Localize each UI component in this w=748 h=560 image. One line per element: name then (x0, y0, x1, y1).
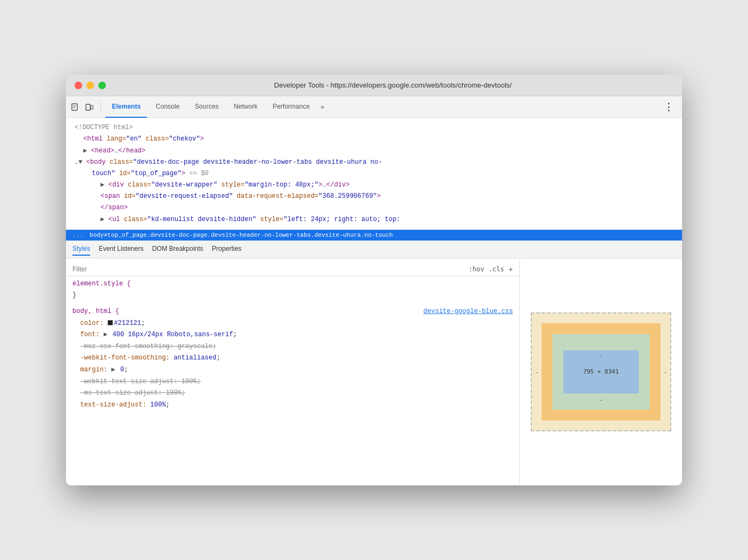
styles-left: Filter :hov .cls + element.style { } (66, 258, 520, 485)
color-swatch (108, 320, 113, 325)
box-dash-left: - (535, 368, 539, 375)
css-prop-ms-text: -ms-text-size-adjust: 100%; (72, 388, 513, 399)
dom-line: <html lang="en" class="chekov"> (66, 134, 682, 145)
filter-bar: Filter :hov .cls + (66, 263, 519, 276)
dom-line-body: …▼ <body class="devsite-doc-page devsite… (66, 157, 682, 168)
dom-line: <span id="devsite-request-elapsed" data-… (66, 191, 682, 202)
css-selector-link-line: body, html { devsite-google-blue.css (72, 306, 513, 318)
tab-network[interactable]: Network (227, 96, 264, 118)
svg-rect-4 (91, 105, 93, 109)
styles-wrapper: Filter :hov .cls + element.style { } (66, 258, 682, 485)
sub-tab-properties[interactable]: Properties (212, 243, 242, 256)
dom-line: <!DOCTYPE html> (66, 122, 682, 134)
close-button[interactable] (75, 82, 82, 89)
tab-performance[interactable]: Performance (266, 96, 316, 118)
filter-hov[interactable]: :hov (469, 265, 484, 273)
tab-more[interactable]: » (318, 99, 326, 115)
box-dash-right: - (663, 368, 667, 375)
svg-rect-0 (72, 104, 77, 110)
title-bar: Developer Tools - https://developers.goo… (66, 75, 682, 96)
sub-tab-event-listeners[interactable]: Event Listeners (99, 243, 144, 256)
traffic-lights (75, 82, 106, 89)
more-menu-button[interactable]: ⋮ (659, 101, 678, 113)
dom-line-truncated: ▶ <ul class="kd-menulist devsite-hidden"… (66, 214, 682, 225)
inspect-icon[interactable] (70, 102, 80, 112)
css-selector-line: element.style { (72, 278, 513, 290)
svg-rect-3 (86, 104, 90, 110)
filter-label: Filter (72, 265, 87, 273)
css-block-body-html: body, html { devsite-google-blue.css col… (66, 304, 519, 413)
breadcrumb-bar: ... body#top_of_page.devsite-doc-page.de… (66, 230, 682, 241)
breadcrumb: body#top_of_page.devsite-doc-page.devsit… (90, 232, 393, 238)
dom-line: ▶ <head>…</head> (66, 145, 682, 157)
css-prop-webkit-text: -webkit-text-size-adjust: 100%; (72, 376, 513, 388)
css-prop-margin: margin: ▶ 0; (72, 364, 513, 376)
main-toolbar: Elements Console Sources Network Perform… (66, 96, 682, 118)
css-prop-moz: -moz-osx-font-smoothing: grayscale; (72, 341, 513, 353)
devtools-window: Developer Tools - https://developers.goo… (66, 75, 682, 485)
box-dash-top: - (599, 352, 603, 359)
window-title: Developer Tools - https://developers.goo… (112, 81, 673, 89)
tab-elements[interactable]: Elements (105, 96, 147, 118)
minimize-button[interactable] (86, 82, 94, 89)
dom-line: </span> (66, 202, 682, 214)
maximize-button[interactable] (98, 82, 106, 89)
dom-panel: <!DOCTYPE html> <html lang="en" class="c… (66, 118, 682, 230)
css-close-line: } (72, 290, 513, 302)
css-prop-text-size: text-size-adjust: 100%; (72, 399, 513, 411)
css-prop-font: font: ▶ 400 16px/24px Roboto,sans-serif; (72, 329, 513, 341)
filter-cls[interactable]: .cls (489, 265, 504, 273)
box-model-diagram: 795 × 8341 - - - - (531, 312, 671, 431)
sub-tab-styles[interactable]: Styles (72, 243, 90, 256)
css-source-link[interactable]: devsite-google-blue.css (423, 308, 513, 315)
add-style-button[interactable]: + (509, 265, 513, 274)
toolbar-icons (70, 102, 101, 112)
dom-line-body-cont: touch" id="top_of_page"> == $0 (66, 168, 682, 179)
devtools-body: Elements Console Sources Network Perform… (66, 96, 682, 485)
tab-console[interactable]: Console (149, 96, 186, 118)
tab-sources[interactable]: Sources (188, 96, 225, 118)
styles-panel: Filter :hov .cls + element.style { } (66, 258, 682, 485)
css-prop-webkit-font: -webkit-font-smoothing: antialiased; (72, 352, 513, 364)
box-dash-bottom: - (599, 396, 603, 403)
sub-tab-dom-breakpoints[interactable]: DOM Breakpoints (152, 243, 203, 256)
sub-toolbar: Styles Event Listeners DOM Breakpoints P… (66, 241, 682, 258)
box-model-panel: 795 × 8341 - - - - (520, 258, 682, 485)
css-prop-color: color: #212121; (72, 318, 513, 330)
css-block-element-style: element.style { } (66, 276, 519, 304)
device-icon[interactable] (84, 102, 94, 112)
dom-line: ▶ <div class="devsite-wrapper" style="ma… (66, 179, 682, 191)
